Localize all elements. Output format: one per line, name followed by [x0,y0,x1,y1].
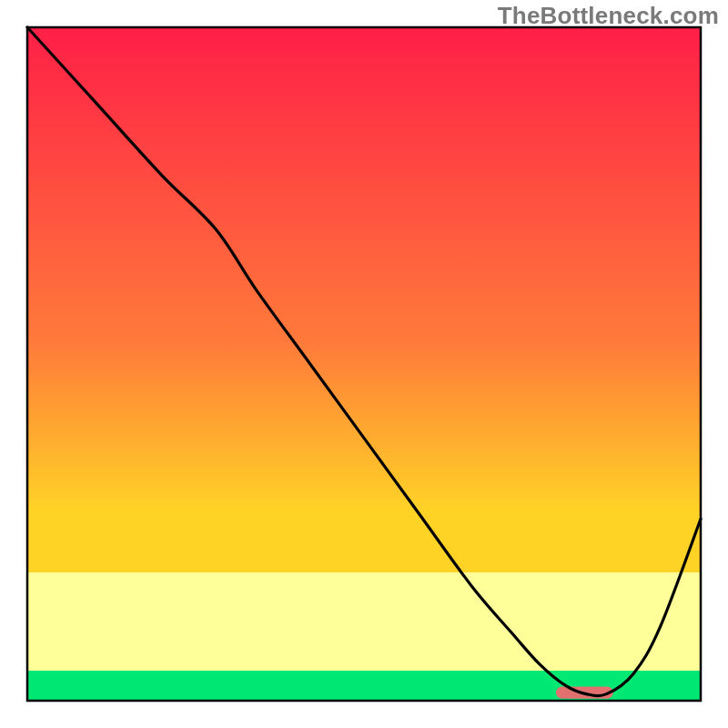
plot-background [27,27,701,701]
bottleneck-chart [0,0,728,728]
watermark-brand: TheBottleneck.com [498,2,719,30]
chart-container: TheBottleneck.com [0,0,728,728]
